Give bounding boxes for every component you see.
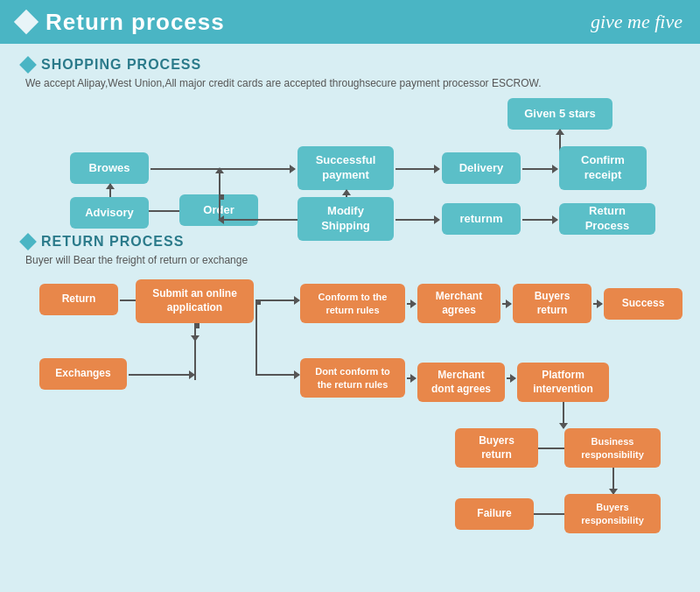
buyers-return2-box: Buyers return bbox=[455, 428, 538, 468]
failure-box: Failure bbox=[455, 498, 534, 530]
arrow-merchant-platform bbox=[507, 377, 515, 379]
page-header: Return process give me five bbox=[0, 0, 700, 44]
arrow-delivery-confirm bbox=[522, 168, 557, 170]
submit-online-box: Submit an online application bbox=[136, 279, 254, 323]
page-title: Return process bbox=[46, 9, 225, 36]
arrow-merchant-buyers1 bbox=[502, 303, 511, 305]
arrow-buyers1-success bbox=[593, 303, 602, 305]
browes-box: Browes bbox=[70, 152, 149, 184]
arrow-payment-delivery bbox=[396, 168, 439, 170]
return-btn-box: Return bbox=[39, 284, 118, 315]
merchant-dont-box: Merchant dont agrees bbox=[417, 363, 505, 402]
arrow-submit-dontconform bbox=[256, 374, 299, 376]
return-diamond bbox=[19, 233, 37, 250]
arrow-order-up bbox=[219, 168, 220, 194]
shopping-diamond bbox=[19, 56, 37, 74]
shopping-flow: Given 5 stars Browes Successful payment … bbox=[22, 98, 678, 234]
return-process-box: Return Process bbox=[559, 203, 655, 235]
platform-box: Platform intervention bbox=[517, 363, 609, 402]
arrow-exchanges-submit bbox=[129, 374, 194, 376]
modify-shipping-box: Modify Shipping bbox=[298, 197, 394, 241]
return-flow: Return Submit an online application Exch… bbox=[22, 275, 678, 511]
confirm-receipt-box: Confirm receipt bbox=[559, 146, 647, 190]
arrow-advisory-up bbox=[109, 184, 111, 197]
success-box: Success bbox=[604, 288, 682, 320]
arrow-conform-merchant bbox=[407, 303, 416, 305]
arrow-modify-return bbox=[396, 219, 439, 221]
arrow-dontconform-merchant bbox=[407, 377, 416, 379]
delivery-box: Delivery bbox=[442, 152, 521, 184]
header-diamond bbox=[14, 10, 38, 34]
arrow-order-down bbox=[219, 194, 220, 219]
arrow-submit-split bbox=[256, 300, 257, 374]
given-5-stars-box: Given 5 stars bbox=[508, 98, 612, 130]
header-logo: give me five bbox=[591, 11, 682, 33]
arrow-returnm-process bbox=[522, 219, 557, 221]
shopping-section-header: SHOPPING PROCESS bbox=[22, 57, 678, 73]
exchanges-box: Exchanges bbox=[39, 358, 127, 390]
arrow-submit-conform bbox=[256, 300, 299, 301]
merchant-agrees-box: Merchant agrees bbox=[417, 284, 500, 323]
conform-rules-box: Conform to the return rules bbox=[300, 284, 405, 323]
advisory-box: Advisory bbox=[70, 197, 149, 229]
dont-conform-box: Dont conform to the return rules bbox=[300, 358, 405, 398]
buyers-return1-box: Buyers return bbox=[513, 284, 592, 323]
return-title: RETURN PROCESS bbox=[41, 234, 184, 250]
main-content: SHOPPING PROCESS We accept Alipay,West U… bbox=[0, 44, 700, 592]
arrow-submit-down2 bbox=[194, 323, 196, 380]
buyers-resp-box: Buyers responsibility bbox=[564, 494, 661, 533]
returnm-box: returnm bbox=[442, 203, 521, 235]
shopping-title: SHOPPING PROCESS bbox=[41, 57, 201, 73]
arrow-business-down bbox=[612, 468, 614, 494]
arrow-platform-down bbox=[563, 402, 564, 428]
arrow-modify-left bbox=[219, 219, 298, 221]
return-description: Buyer will Bear the freight of return or… bbox=[25, 254, 678, 266]
business-resp-box: Business responsibility bbox=[564, 428, 661, 468]
successful-payment-box: Successful payment bbox=[298, 146, 394, 190]
shopping-description: We accept Alipay,West Union,All major cr… bbox=[25, 77, 678, 89]
arrow-modify-up bbox=[346, 190, 347, 197]
